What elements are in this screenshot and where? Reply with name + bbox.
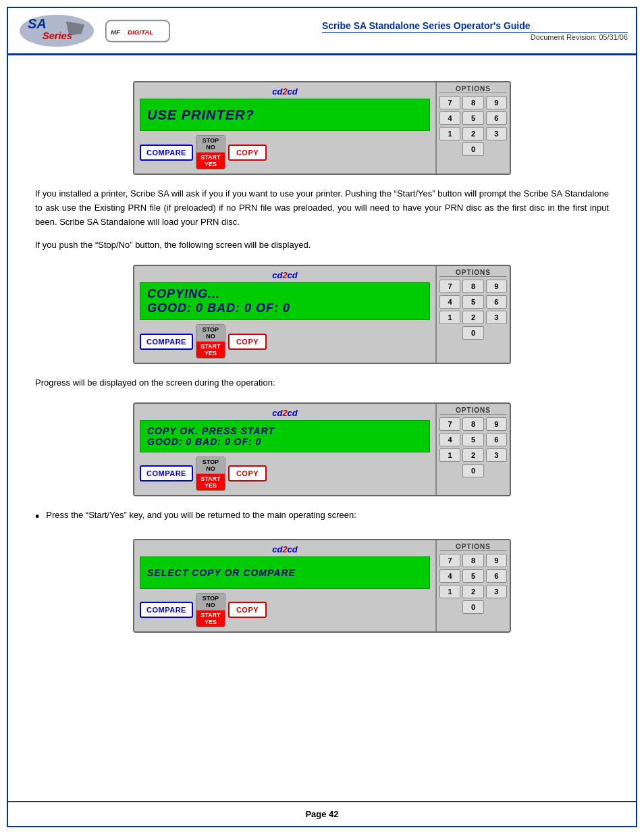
cd2cd-logo-3: cd2cd <box>272 408 298 418</box>
stop-button-1[interactable]: STOPNO <box>196 136 225 153</box>
buttons-4: COMPARE STOPNO STARTYES COPY <box>140 593 430 627</box>
screen-2-line1: COPYING... <box>147 287 423 301</box>
opt2-btn-2[interactable]: 2 <box>462 311 483 324</box>
screen-3-line1: COPY OK. PRESS START <box>147 425 423 436</box>
options-grid-4: 7 8 9 4 5 6 1 2 3 0 <box>439 554 507 614</box>
stop-button-4[interactable]: STOPNO <box>196 594 225 610</box>
opt-btn-1[interactable]: 1 <box>439 127 460 140</box>
opt2-btn-4[interactable]: 4 <box>439 295 460 309</box>
opt3-btn-4[interactable]: 4 <box>439 433 460 446</box>
start-button-2[interactable]: STARTYES <box>196 342 225 358</box>
copy-button-1[interactable]: COPY <box>228 145 267 161</box>
content-area: cd2cd USE PRINTER? COMPARE STOPNO STARTY… <box>8 55 636 801</box>
copy-button-4[interactable]: COPY <box>228 602 267 618</box>
opt2-btn-0[interactable]: 0 <box>462 326 483 340</box>
screen-2-line2: GOOD: 0 BAD: 0 OF: 0 <box>147 301 423 315</box>
opt4-btn-5[interactable]: 5 <box>462 569 483 583</box>
screen-1-text: USE PRINTER? <box>147 107 423 123</box>
opt4-btn-0[interactable]: 0 <box>462 600 483 614</box>
opt-btn-5[interactable]: 5 <box>462 111 483 125</box>
opt4-btn-9[interactable]: 9 <box>486 554 507 567</box>
stop-start-button-4: STOPNO STARTYES <box>196 593 225 627</box>
panel-logo-3: cd2cd <box>140 408 430 418</box>
stop-start-button-1: STOPNO STARTYES <box>196 135 225 170</box>
cd2cd-logo-2: cd2cd <box>272 270 298 280</box>
panel-logo-2: cd2cd <box>140 270 430 280</box>
screen-3-line2: GOOD: 0 BAD: 0 OF: 0 <box>147 436 423 447</box>
options-panel-2: OPTIONS 7 8 9 4 5 6 1 2 3 0 <box>435 266 510 363</box>
bullet-text-1: Press the “Start/Yes” key, and you will … <box>46 509 356 523</box>
opt2-btn-6[interactable]: 6 <box>486 295 507 309</box>
page-wrapper: SA Series MF DIGITAL Scribe SA Standalon… <box>7 7 637 827</box>
options-title-4: OPTIONS <box>439 543 507 551</box>
device-panel-3: cd2cd COPY OK. PRESS START GOOD: 0 BAD: … <box>133 402 511 496</box>
opt3-btn-0[interactable]: 0 <box>462 464 483 477</box>
device-panel-4: cd2cd SELECT COPY OR COMPARE COMPARE STO… <box>133 539 511 633</box>
svg-text:SA: SA <box>28 16 47 31</box>
opt4-btn-2[interactable]: 2 <box>462 585 483 598</box>
opt-btn-3[interactable]: 3 <box>486 127 507 140</box>
opt2-btn-1[interactable]: 1 <box>439 311 460 324</box>
svg-text:MF: MF <box>111 28 121 35</box>
copy-button-3[interactable]: COPY <box>228 465 267 481</box>
opt4-btn-7[interactable]: 7 <box>439 554 460 567</box>
opt3-btn-6[interactable]: 6 <box>486 433 507 446</box>
start-button-4[interactable]: STARTYES <box>196 610 225 627</box>
opt4-btn-3[interactable]: 3 <box>486 585 507 598</box>
opt4-btn-1[interactable]: 1 <box>439 585 460 598</box>
header-revision: Document Revision: 05/31/06 <box>322 33 628 41</box>
opt2-btn-7[interactable]: 7 <box>439 280 460 293</box>
options-grid-1: 7 8 9 4 5 6 1 2 3 0 <box>439 96 507 156</box>
bullet-item-1: • Press the “Start/Yes” key, and you wil… <box>35 509 609 527</box>
cd2cd-logo-1: cd2cd <box>272 86 298 97</box>
start-button-1[interactable]: STARTYES <box>196 153 225 169</box>
screen-4: SELECT COPY OR COMPARE <box>140 556 430 589</box>
opt-btn-4[interactable]: 4 <box>439 111 460 125</box>
device-panel-1: cd2cd USE PRINTER? COMPARE STOPNO STARTY… <box>133 81 511 175</box>
header-title: Scribe SA Standalone Series Operator's G… <box>322 20 628 33</box>
stop-button-2[interactable]: STOPNO <box>196 325 225 342</box>
opt3-btn-7[interactable]: 7 <box>439 417 460 431</box>
panel-main-3: cd2cd COPY OK. PRESS START GOOD: 0 BAD: … <box>134 404 435 495</box>
opt-btn-0[interactable]: 0 <box>462 142 483 156</box>
opt-btn-9[interactable]: 9 <box>486 96 507 109</box>
header-text-area: Scribe SA Standalone Series Operator's G… <box>322 20 628 41</box>
opt-btn-6[interactable]: 6 <box>486 111 507 125</box>
panel-main-1: cd2cd USE PRINTER? COMPARE STOPNO STARTY… <box>134 82 435 174</box>
opt3-btn-3[interactable]: 3 <box>486 448 507 462</box>
options-title-1: OPTIONS <box>439 85 507 93</box>
options-grid-3: 7 8 9 4 5 6 1 2 3 0 <box>439 417 507 477</box>
sa-series-logo: SA Series <box>16 12 97 49</box>
stop-button-3[interactable]: STOPNO <box>196 457 225 474</box>
footer: Page 42 <box>8 801 636 826</box>
copy-button-2[interactable]: COPY <box>228 334 267 350</box>
opt4-btn-8[interactable]: 8 <box>462 554 483 567</box>
opt3-btn-9[interactable]: 9 <box>486 417 507 431</box>
opt4-btn-4[interactable]: 4 <box>439 569 460 583</box>
opt2-btn-9[interactable]: 9 <box>486 280 507 293</box>
compare-button-3[interactable]: COMPARE <box>140 465 193 481</box>
compare-button-1[interactable]: COMPARE <box>140 145 193 161</box>
opt-btn-2[interactable]: 2 <box>462 127 483 140</box>
start-button-3[interactable]: STARTYES <box>196 474 225 490</box>
logo-area: SA Series MF DIGITAL <box>16 12 322 49</box>
page-number: Page 42 <box>305 809 338 819</box>
opt2-btn-8[interactable]: 8 <box>462 280 483 293</box>
compare-button-2[interactable]: COMPARE <box>140 334 193 350</box>
opt-btn-8[interactable]: 8 <box>462 96 483 109</box>
opt3-btn-5[interactable]: 5 <box>462 433 483 446</box>
panel-main-2: cd2cd COPYING... GOOD: 0 BAD: 0 OF: 0 CO… <box>134 266 435 363</box>
screen-3: COPY OK. PRESS START GOOD: 0 BAD: 0 OF: … <box>140 420 430 452</box>
opt3-btn-2[interactable]: 2 <box>462 448 483 462</box>
opt-btn-7[interactable]: 7 <box>439 96 460 109</box>
opt3-btn-1[interactable]: 1 <box>439 448 460 462</box>
buttons-3: COMPARE STOPNO STARTYES COPY <box>140 457 430 491</box>
opt2-btn-3[interactable]: 3 <box>486 311 507 324</box>
opt2-btn-5[interactable]: 5 <box>462 295 483 309</box>
screen-2: COPYING... GOOD: 0 BAD: 0 OF: 0 <box>140 282 430 320</box>
device-panel-2: cd2cd COPYING... GOOD: 0 BAD: 0 OF: 0 CO… <box>133 265 511 364</box>
opt3-btn-8[interactable]: 8 <box>462 417 483 431</box>
compare-button-4[interactable]: COMPARE <box>140 602 193 618</box>
options-panel-4: OPTIONS 7 8 9 4 5 6 1 2 3 0 <box>435 540 510 631</box>
opt4-btn-6[interactable]: 6 <box>486 569 507 583</box>
